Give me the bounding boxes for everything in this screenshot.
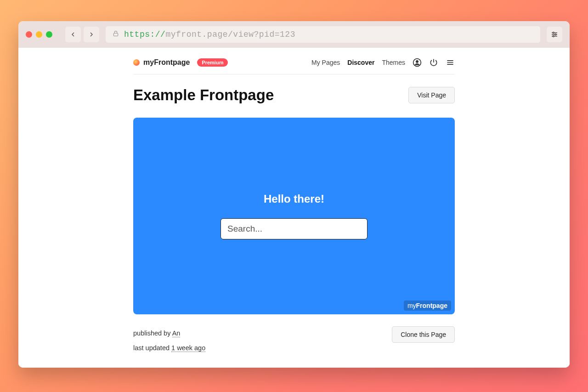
site-nav: My Pages Discover Themes — [311, 58, 455, 67]
lock-icon — [112, 30, 119, 40]
last-updated-time[interactable]: 1 week ago — [171, 344, 205, 352]
page-title: Example Frontpage — [133, 86, 274, 104]
nav-themes[interactable]: Themes — [382, 59, 405, 66]
page-container: myFrontpage Premium My Pages Discover Th… — [133, 48, 455, 356]
minimize-window-icon[interactable] — [36, 31, 42, 38]
svg-rect-0 — [113, 33, 118, 36]
premium-badge: Premium — [197, 58, 228, 67]
hamburger-menu-button[interactable] — [446, 58, 455, 67]
sliders-icon — [550, 30, 559, 39]
svg-point-6 — [553, 35, 554, 37]
visit-page-button[interactable]: Visit Page — [408, 87, 455, 103]
clone-page-button[interactable]: Clone this Page — [392, 326, 455, 343]
back-button[interactable] — [65, 27, 81, 42]
page-meta: published by An last updated 1 week ago … — [133, 326, 455, 356]
preview-heading: Hello there! — [264, 193, 324, 205]
preview-watermark: myFrontpage — [404, 301, 451, 311]
nav-buttons — [65, 27, 99, 42]
published-by-line: published by An — [133, 326, 205, 341]
power-icon — [429, 58, 438, 67]
close-window-icon[interactable] — [26, 31, 32, 38]
viewport: myFrontpage Premium My Pages Discover Th… — [18, 48, 570, 368]
maximize-window-icon[interactable] — [46, 31, 52, 38]
address-bar[interactable]: https://myfront.page/view?pid=123 — [106, 26, 540, 43]
browser-top-bar: https://myfront.page/view?pid=123 — [18, 21, 570, 48]
url-protocol: https://myfront.page/view?pid=123 — [124, 30, 295, 39]
browser-settings-button[interactable] — [547, 27, 562, 42]
traffic-lights — [26, 31, 52, 38]
nav-my-pages[interactable]: My Pages — [311, 59, 340, 66]
search-input[interactable] — [220, 218, 368, 239]
site-header: myFrontpage Premium My Pages Discover Th… — [133, 56, 455, 74]
account-button[interactable] — [413, 58, 422, 67]
browser-window: https://myfront.page/view?pid=123 myFron… — [18, 21, 570, 368]
forward-button[interactable] — [84, 27, 99, 42]
logo-icon — [133, 59, 140, 66]
site-logo[interactable]: myFrontpage Premium — [133, 58, 228, 67]
last-updated-line: last updated 1 week ago — [133, 341, 205, 356]
chevron-right-icon — [88, 31, 95, 38]
power-button[interactable] — [429, 58, 438, 67]
svg-point-8 — [416, 60, 418, 62]
meta-lines: published by An last updated 1 week ago — [133, 326, 205, 356]
svg-point-4 — [553, 32, 554, 34]
page-header: Example Frontpage Visit Page — [133, 86, 455, 104]
nav-discover[interactable]: Discover — [347, 59, 374, 66]
svg-point-5 — [555, 34, 556, 35]
user-circle-icon — [413, 58, 422, 67]
author-link[interactable]: An — [172, 330, 181, 337]
page-preview: Hello there! myFrontpage — [133, 118, 455, 314]
chevron-left-icon — [69, 31, 77, 38]
logo-text: myFrontpage — [143, 58, 190, 67]
hamburger-icon — [446, 58, 455, 67]
